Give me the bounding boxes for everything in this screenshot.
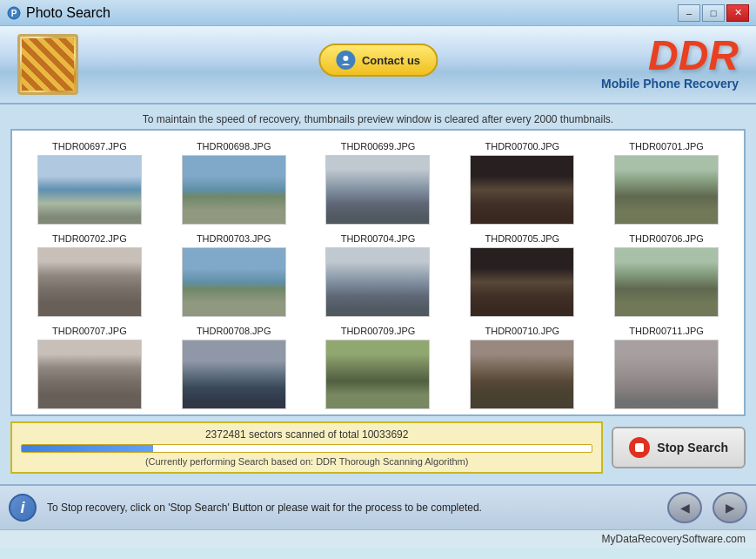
header-contact: Contact us (318, 44, 438, 77)
thumbnail-item[interactable]: THDR00708.JPG (162, 320, 306, 413)
thumbnail-label: THDR00698.JPG (197, 141, 271, 152)
stop-label: Stop Search (657, 441, 728, 455)
thumbnail-image (614, 340, 719, 409)
ddr-text: DDR (601, 35, 739, 77)
header: Contact us DDR Mobile Phone Recovery (0, 26, 756, 104)
thumbnail-image (614, 247, 719, 317)
thumbnail-item[interactable]: THDR00709.JPG (306, 320, 451, 413)
thumbnail-image (470, 247, 574, 317)
header-ddr: DDR Mobile Phone Recovery (601, 35, 739, 91)
thumbnail-image (182, 340, 286, 409)
minimize-button[interactable]: – (678, 4, 700, 22)
app-logo (17, 34, 78, 95)
bottom-bar: i To Stop recovery, click on 'Stop Searc… (0, 484, 756, 529)
thumbnail-label: THDR00700.JPG (485, 141, 559, 152)
close-button[interactable]: ✕ (726, 4, 749, 22)
ddr-subtitle: Mobile Phone Recovery (601, 77, 739, 91)
progress-bar-fill (22, 445, 153, 452)
thumbnail-image (325, 247, 430, 317)
thumbnail-item[interactable]: THDR00703.JPG (162, 228, 306, 320)
thumbnail-item[interactable]: THDR00705.JPG (450, 228, 594, 320)
thumbnail-image (325, 340, 430, 409)
info-message: To maintain the speed of recovery, thumb… (143, 113, 613, 125)
thumbnail-item[interactable]: THDR00700.JPG (450, 136, 594, 228)
svg-point-2 (343, 56, 348, 61)
thumbnail-area: THDR00697.JPGTHDR00698.JPGTHDR00699.JPGT… (10, 129, 746, 416)
thumbnail-item[interactable]: THDR00707.JPG (17, 320, 162, 413)
app-icon: P (7, 6, 21, 20)
footer-text: MyDataRecoverySoftware.com (602, 533, 746, 545)
thumbnail-item[interactable]: THDR00704.JPG (306, 228, 451, 320)
thumbnail-label: THDR00705.JPG (485, 233, 559, 244)
sectors-text: 2372481 sectors scanned of total 1003369… (21, 428, 592, 441)
thumbnail-label: THDR00701.JPG (629, 141, 704, 152)
thumbnail-item[interactable]: THDR00711.JPG (594, 320, 739, 413)
thumbnail-item[interactable]: THDR00701.JPG (594, 136, 739, 228)
info-icon: i (9, 494, 37, 522)
thumbnail-item[interactable]: THDR00702.JPG (17, 228, 162, 320)
thumbnail-image (182, 247, 286, 317)
stop-icon-inner (635, 443, 644, 452)
thumbnail-item[interactable]: THDR00706.JPG (594, 228, 739, 320)
title-bar-controls: – □ ✕ (678, 4, 749, 22)
thumbnail-item[interactable]: THDR00698.JPG (162, 136, 306, 228)
stop-search-button[interactable]: Stop Search (612, 427, 746, 468)
thumbnail-label: THDR00706.JPG (629, 233, 704, 244)
algo-text: (Currently performing Search based on: D… (21, 456, 592, 467)
stop-icon (629, 437, 650, 458)
thumbnail-label: THDR00711.JPG (629, 326, 704, 336)
thumbnail-label: THDR00710.JPG (485, 326, 559, 336)
title-bar-left: P Photo Search (7, 5, 110, 21)
forward-button[interactable]: ▶ (713, 492, 747, 523)
thumbnail-label: THDR00707.JPG (52, 326, 127, 336)
contact-button[interactable]: Contact us (318, 44, 438, 77)
thumbnail-label: THDR00709.JPG (341, 326, 416, 336)
thumbnail-image (37, 155, 142, 225)
thumbnail-image (325, 155, 430, 225)
title-bar: P Photo Search – □ ✕ (0, 0, 756, 26)
thumbnail-label: THDR00702.JPG (52, 233, 127, 244)
title-bar-title: Photo Search (26, 5, 110, 21)
bottom-message: To Stop recovery, click on 'Stop Search'… (47, 502, 657, 514)
contact-label: Contact us (362, 54, 420, 67)
thumbnail-grid[interactable]: THDR00697.JPGTHDR00698.JPGTHDR00699.JPGT… (12, 131, 744, 414)
contact-icon (336, 51, 355, 70)
progress-bar-container (21, 444, 592, 453)
thumbnail-item[interactable]: THDR00710.JPG (450, 320, 594, 413)
thumbnail-label: THDR00703.JPG (197, 233, 271, 244)
thumbnail-image (470, 155, 574, 225)
thumbnail-label: THDR00699.JPG (341, 141, 416, 152)
footer: MyDataRecoverySoftware.com (0, 529, 756, 548)
thumbnail-image (37, 340, 142, 409)
progress-area: 2372481 sectors scanned of total 1003369… (10, 421, 746, 474)
thumbnail-image (470, 340, 574, 409)
thumbnail-image (614, 155, 719, 225)
info-bar: To maintain the speed of recovery, thumb… (10, 110, 746, 129)
back-button[interactable]: ◀ (667, 492, 702, 523)
thumbnail-image (37, 247, 142, 317)
thumbnail-item[interactable]: THDR00697.JPG (17, 136, 162, 228)
maximize-button[interactable]: □ (702, 4, 725, 22)
thumbnail-image (182, 155, 286, 225)
svg-text:P: P (11, 9, 17, 18)
logo-pattern (22, 38, 74, 91)
main-content: To maintain the speed of recovery, thumb… (0, 104, 756, 484)
thumbnail-label: THDR00708.JPG (197, 326, 271, 336)
thumbnail-item[interactable]: THDR00699.JPG (306, 136, 451, 228)
thumbnail-label: THDR00704.JPG (341, 233, 416, 244)
thumbnail-label: THDR00697.JPG (52, 141, 127, 152)
progress-box: 2372481 sectors scanned of total 1003369… (10, 421, 603, 474)
